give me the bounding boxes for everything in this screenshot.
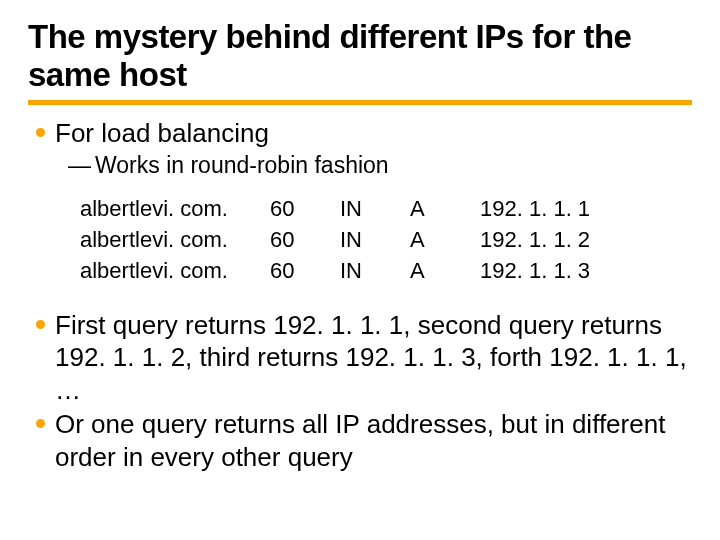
dash-icon: — xyxy=(68,151,91,180)
table-row: albertlevi. com. 60 IN A 192. 1. 1. 2 xyxy=(80,225,692,256)
dns-host: albertlevi. com. xyxy=(80,225,270,256)
bullet-item: First query returns 192. 1. 1. 1, second… xyxy=(36,309,692,407)
table-row: albertlevi. com. 60 IN A 192. 1. 1. 3 xyxy=(80,256,692,287)
dns-class: IN xyxy=(340,194,410,225)
dns-host: albertlevi. com. xyxy=(80,256,270,287)
dns-ip: 192. 1. 1. 1 xyxy=(480,194,620,225)
dns-class: IN xyxy=(340,225,410,256)
bullet-text: For load balancing xyxy=(55,117,269,150)
bullet-item: Or one query returns all IP addresses, b… xyxy=(36,408,692,473)
dns-ttl: 60 xyxy=(270,256,340,287)
slide-title: The mystery behind different IPs for the… xyxy=(28,18,692,94)
dns-ip: 192. 1. 1. 3 xyxy=(480,256,620,287)
dns-type: A xyxy=(410,256,480,287)
dns-ip: 192. 1. 1. 2 xyxy=(480,225,620,256)
dns-type: A xyxy=(410,225,480,256)
dns-ttl: 60 xyxy=(270,225,340,256)
dns-ttl: 60 xyxy=(270,194,340,225)
slide-body: For load balancing — Works in round-robi… xyxy=(28,117,692,473)
sub-bullet-text: Works in round-robin fashion xyxy=(95,151,389,180)
bullet-text: First query returns 192. 1. 1. 1, second… xyxy=(55,309,692,407)
bullet-icon xyxy=(36,320,45,329)
dns-record-table: albertlevi. com. 60 IN A 192. 1. 1. 1 al… xyxy=(36,194,692,286)
title-underline xyxy=(28,100,692,105)
bullet-item: For load balancing xyxy=(36,117,692,150)
sub-bullet-item: — Works in round-robin fashion xyxy=(36,151,692,180)
dns-class: IN xyxy=(340,256,410,287)
bullet-icon xyxy=(36,128,45,137)
dns-type: A xyxy=(410,194,480,225)
dns-host: albertlevi. com. xyxy=(80,194,270,225)
bullet-icon xyxy=(36,419,45,428)
table-row: albertlevi. com. 60 IN A 192. 1. 1. 1 xyxy=(80,194,692,225)
bullet-text: Or one query returns all IP addresses, b… xyxy=(55,408,692,473)
